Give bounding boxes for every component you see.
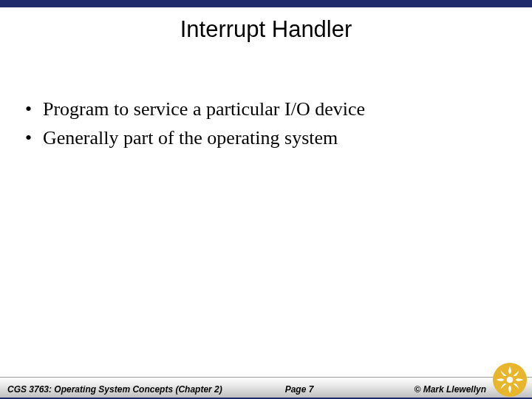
bullet-text: Program to service a particular I/O devi…	[43, 96, 502, 122]
top-accent-bar	[0, 0, 532, 7]
slide-title: Interrupt Handler	[0, 16, 532, 43]
bullet-item: • Generally part of the operating system	[22, 125, 502, 151]
footer-copyright: © Mark Llewellyn	[414, 384, 486, 395]
ucf-logo-icon	[492, 362, 528, 398]
slide-body: • Program to service a particular I/O de…	[22, 96, 502, 154]
bullet-marker-icon: •	[22, 125, 43, 151]
bullet-text: Generally part of the operating system	[43, 125, 502, 151]
slide: Interrupt Handler • Program to service a…	[0, 0, 532, 399]
slide-footer: CGS 3763: Operating System Concepts (Cha…	[0, 371, 532, 399]
svg-point-1	[507, 377, 514, 383]
bullet-item: • Program to service a particular I/O de…	[22, 96, 502, 122]
bullet-marker-icon: •	[22, 96, 43, 122]
